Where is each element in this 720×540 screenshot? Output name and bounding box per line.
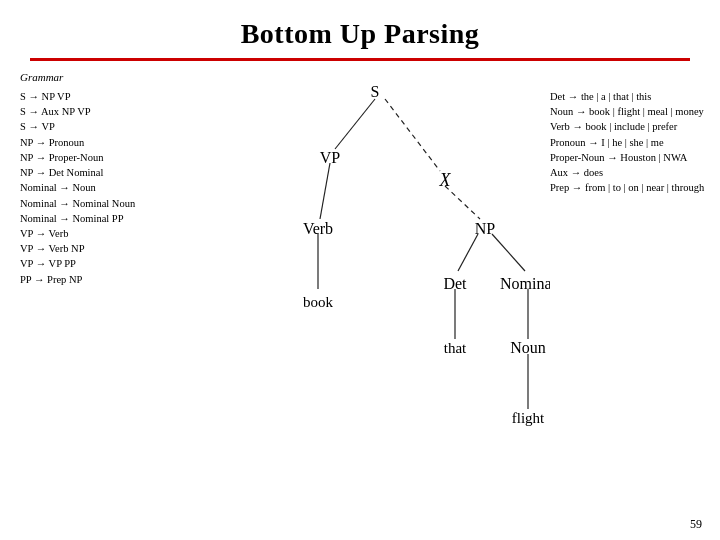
node-Nominal: Nominal	[500, 275, 550, 292]
leaf-flight: flight	[512, 410, 545, 426]
parse-tree-section: S VP X NP Verb Det Nominal book that N	[230, 71, 550, 431]
rule-10: VP → Verb	[20, 226, 230, 241]
node-Det: Det	[443, 275, 467, 292]
grammar-heading: Grammar	[20, 71, 230, 83]
lex-5: Proper-Noun → Houston | NWA	[550, 150, 720, 165]
leaf-book: book	[303, 294, 334, 310]
page-title: Bottom Up Parsing	[0, 0, 720, 58]
lex-6: Aux → does	[550, 165, 720, 180]
rule-5: NP → Proper-Noun	[20, 150, 230, 165]
node-NP: NP	[475, 220, 496, 237]
rule-9: Nominal → Nominal PP	[20, 211, 230, 226]
rule-11: VP → Verb NP	[20, 241, 230, 256]
rule-7: Nominal → Noun	[20, 180, 230, 195]
rule-6: NP → Det Nominal	[20, 165, 230, 180]
svg-line-2	[445, 186, 480, 219]
svg-line-5	[492, 234, 525, 271]
grammar-section: Grammar S → NP VP S → Aux NP VP S → VP N…	[20, 71, 230, 431]
rule-12: VP → VP PP	[20, 256, 230, 271]
node-VP: VP	[320, 149, 341, 166]
rule-2: S → Aux NP VP	[20, 104, 230, 119]
lex-1: Det → the | a | that | this	[550, 89, 720, 104]
leaf-that: that	[444, 340, 467, 356]
tree-svg: S VP X NP Verb Det Nominal book that N	[230, 71, 550, 431]
parse-tree: S VP X NP Verb Det Nominal book that N	[230, 71, 550, 431]
lex-7: Prep → from | to | on | near | through	[550, 180, 720, 195]
lex-4: Pronoun → I | he | she | me	[550, 135, 720, 150]
node-Noun: Noun	[510, 339, 546, 356]
grammar-rules: S → NP VP S → Aux NP VP S → VP NP → Pron…	[20, 89, 230, 287]
svg-line-3	[320, 163, 330, 219]
rule-3: S → VP	[20, 119, 230, 134]
rule-13: PP → Prep NP	[20, 272, 230, 287]
svg-line-4	[458, 234, 478, 271]
lexicon-rules: Det → the | a | that | this Noun → book …	[550, 89, 720, 196]
lexicon-heading: Lexicon	[550, 71, 720, 83]
rule-8: Nominal → Nominal Noun	[20, 196, 230, 211]
svg-line-0	[335, 99, 375, 149]
node-Verb: Verb	[303, 220, 333, 237]
lexicon-section: Lexicon Det → the | a | that | this Noun…	[550, 71, 720, 431]
page-number: 59	[690, 517, 702, 532]
svg-line-1	[385, 99, 440, 171]
lex-3: Verb → book | include | prefer	[550, 119, 720, 134]
rule-4: NP → Pronoun	[20, 135, 230, 150]
lex-2: Noun → book | flight | meal | money	[550, 104, 720, 119]
node-X: X	[439, 170, 452, 190]
rule-1: S → NP VP	[20, 89, 230, 104]
node-S: S	[371, 83, 380, 100]
red-divider	[30, 58, 690, 61]
